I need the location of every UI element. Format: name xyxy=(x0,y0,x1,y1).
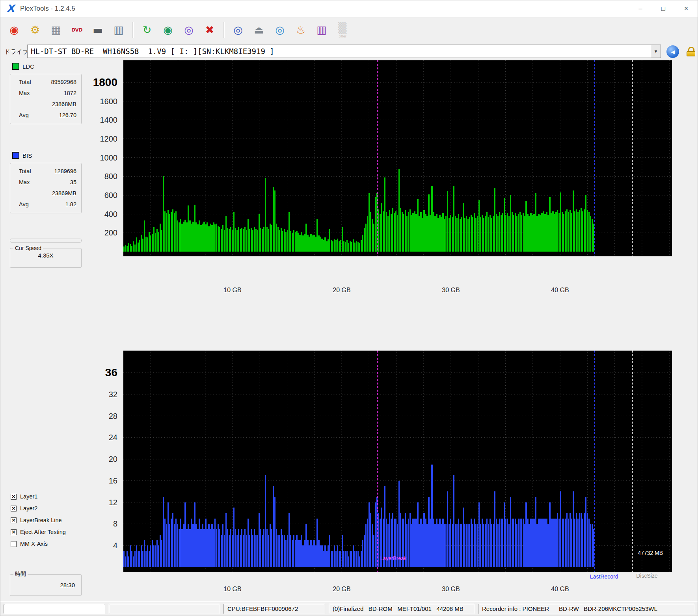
window-controls: – □ × xyxy=(629,0,698,17)
status-cell-empty-2 xyxy=(109,604,220,614)
checkbox-icon xyxy=(11,541,17,547)
checkbox-layer2[interactable]: Layer2 xyxy=(11,505,37,511)
checkbox-mm-x-axis[interactable]: MM X-Axis xyxy=(11,541,48,547)
maximize-button[interactable]: □ xyxy=(652,0,675,17)
y-axis-label: 16 xyxy=(72,476,117,485)
ldc-y-axis: 20040060080010001200140016001800 xyxy=(75,60,121,256)
stat-label: Avg xyxy=(19,201,29,207)
disc-write-icon[interactable]: ◉ xyxy=(159,20,177,40)
window-title: PlexTools - 1.2.4.5 xyxy=(20,5,75,13)
jitter-icon: ▒Jitter xyxy=(333,20,352,40)
y-axis-label: 1000 xyxy=(72,153,117,162)
status-cell-recorder-info: Recorder info : PIONEER BD-RW BDR-206MKC… xyxy=(478,604,694,614)
status-cell-disc-info: (0)Finalized BD-ROM MEI-T01/001 44208 MB xyxy=(329,604,475,614)
x-axis-label: 20 GB xyxy=(324,586,359,593)
y-axis-label: 36 xyxy=(72,366,117,379)
bis-y-axis: 4812162024283236 xyxy=(75,351,121,572)
disc-eject-icon: ⏏ xyxy=(254,24,264,36)
cur-speed-label: Cur Speed xyxy=(13,245,43,251)
stat-row: Max 1872 xyxy=(10,88,81,99)
stat-row: 23869MB xyxy=(10,188,81,199)
disc-read-icon[interactable]: ◎ xyxy=(180,20,198,40)
time-label: 時間 xyxy=(13,571,28,578)
stop-icon[interactable]: ✖ xyxy=(201,20,219,40)
disc-info-icon[interactable]: ◎ xyxy=(229,20,247,40)
burnproof-icon[interactable]: ♨ xyxy=(292,20,310,40)
media-icon[interactable]: ▬ xyxy=(89,20,107,40)
y-axis-label: 1800 xyxy=(72,76,117,89)
drive-label: ドライブ: xyxy=(4,48,30,56)
y-axis-label: 28 xyxy=(72,411,117,420)
x-axis-label: 10 GB xyxy=(215,586,250,593)
lastrecord-annotation: LastRecord xyxy=(590,573,618,580)
disc-copy-icon[interactable]: ◎ xyxy=(271,20,289,40)
refresh-icon[interactable]: ↻ xyxy=(138,20,156,40)
checkbox-layer1[interactable]: Layer1 xyxy=(11,493,37,500)
stat-row: Avg 1.82 xyxy=(10,199,81,210)
checkbox-icon xyxy=(11,529,17,535)
y-axis-label: 800 xyxy=(72,172,117,181)
lock-button[interactable] xyxy=(685,45,697,58)
bis-x-axis: 10 GB20 GB30 GB40 GB xyxy=(123,586,672,594)
bis-label: BIS xyxy=(22,152,32,159)
power-icon: ◉ xyxy=(9,24,19,36)
bis-color-swatch xyxy=(12,152,19,159)
bars xyxy=(123,169,594,252)
toolbar-separator xyxy=(132,22,134,38)
chart-icon[interactable]: ▥ xyxy=(313,20,331,40)
burnproof-icon: ♨ xyxy=(296,24,305,36)
y-axis-label: 20 xyxy=(72,455,117,464)
disc-eject-icon[interactable]: ⏏ xyxy=(250,20,268,40)
checkbox-label: Layer1 xyxy=(20,493,37,500)
checkbox-layerbreak-line[interactable]: LayerBreak Line xyxy=(11,517,62,523)
cur-speed-box: Cur Speed 4.35X xyxy=(10,245,82,268)
lock-icon xyxy=(687,47,695,56)
printer-icon[interactable]: ▥ xyxy=(110,20,128,40)
status-bar: CPU:BFEBFBFF00090672 (0)Finalized BD-ROM… xyxy=(0,601,698,616)
disc-read-icon: ◎ xyxy=(184,24,194,36)
toolbar-separator xyxy=(223,22,225,38)
time-value: 28:30 xyxy=(10,578,81,592)
print-disc-icon: ▦ xyxy=(51,24,61,36)
jitter-icon: ▒ xyxy=(339,22,347,34)
ldc-x-axis: 10 GB20 GB30 GB40 GB xyxy=(123,287,672,295)
stat-row: Avg 126.70 xyxy=(10,110,81,121)
drive-combobox-value: HL-DT-ST BD-RE WH16NS58 1.V9 [ I: ][SN:K… xyxy=(28,47,651,56)
x-axis-label: 30 GB xyxy=(433,287,469,294)
drive-action-button[interactable]: ◀ xyxy=(666,45,679,58)
drive-combobox[interactable]: HL-DT-ST BD-RE WH16NS58 1.V9 [ I: ][SN:K… xyxy=(27,45,661,58)
stat-value: 1.82 xyxy=(65,201,76,207)
stat-row: Total 1289696 xyxy=(10,166,81,177)
media-icon: ▬ xyxy=(93,24,103,36)
ldc-header: LDC xyxy=(12,63,34,70)
ldc-chart-plot xyxy=(123,60,672,256)
disc-copy-icon: ◎ xyxy=(275,24,285,36)
ldc-chart xyxy=(123,60,672,256)
chevron-down-icon[interactable]: ▼ xyxy=(651,45,661,58)
minimize-button[interactable]: – xyxy=(629,0,652,17)
y-axis-label: 400 xyxy=(72,209,117,218)
ldc-stats-box: Total 89592968 Max 1872 23868MB Avg 126.… xyxy=(10,74,82,124)
y-axis-label: 1600 xyxy=(72,97,117,106)
plextools-window: { "window": { "title": "PlexTools - 1.2.… xyxy=(0,0,698,616)
print-disc-icon[interactable]: ▦ xyxy=(47,20,65,40)
stat-label: Avg xyxy=(19,112,29,118)
settings-icon[interactable]: ⚙ xyxy=(26,20,44,40)
power-icon[interactable]: ◉ xyxy=(5,20,23,40)
toolbar-icon-label: Jitter xyxy=(339,34,346,38)
close-button[interactable]: × xyxy=(675,0,698,17)
x-axis-label: 40 GB xyxy=(542,287,578,294)
y-axis-label: 200 xyxy=(72,228,117,237)
y-axis-label: 1200 xyxy=(72,134,117,144)
y-axis-label: 24 xyxy=(72,433,117,442)
drive-bar: ドライブ: HL-DT-ST BD-RE WH16NS58 1.V9 [ I: … xyxy=(0,43,698,60)
x-axis-label: 20 GB xyxy=(324,287,359,294)
title-bar: X PlexTools - 1.2.4.5 – □ × xyxy=(0,0,698,17)
bars xyxy=(123,465,594,567)
checkbox-eject-after-testing[interactable]: Eject After Testing xyxy=(11,529,66,535)
dvd-icon[interactable]: DVD xyxy=(68,20,86,40)
status-cell-cpu: CPU:BFEBFBFF00090672 xyxy=(223,604,325,614)
stat-label: Total xyxy=(19,79,31,85)
stat-label: Max xyxy=(19,90,30,96)
disc-info-icon: ◎ xyxy=(233,24,243,36)
